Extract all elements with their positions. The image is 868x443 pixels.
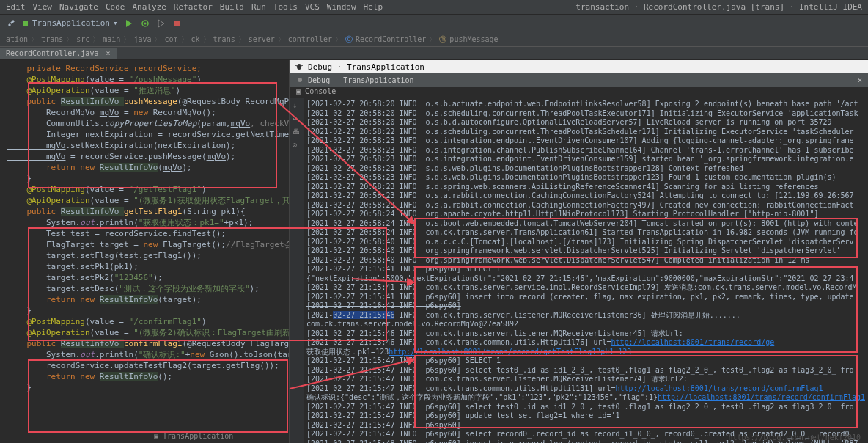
window-title: transaction · RecordController.java [tra… — [575, 2, 862, 12]
log-line: [2021-02-27 21:15:47 INFO p6spy60] — [306, 421, 865, 431]
menu-help[interactable]: Help — [364, 2, 383, 12]
log-line: [2021-02-27 20:58:24 INFO org.apache.coy… — [306, 210, 865, 219]
menu-analyze[interactable]: Analyze — [132, 2, 166, 12]
log-line: 确认标识:{"desc":"测试，这个字段为业务新加的字段","pk1":"12… — [306, 393, 865, 403]
log-line: [2021-02-27 20:58:23 INFO s.d.spring.web… — [306, 183, 865, 192]
menu-navigate[interactable]: Navigate — [59, 2, 98, 12]
svg-point-4 — [297, 64, 301, 70]
log-line: [2021-02-27 20:58:23 INFO o.s.integratio… — [306, 136, 865, 146]
chevron-down-icon: ▾ — [113, 18, 118, 28]
coverage-icon[interactable] — [156, 18, 166, 29]
log-line: [2021-02-27 21:16:42 INFO p6spy60] — [306, 301, 865, 311]
log-line: [2021-02-27 20:58:24 INFO com.ck.trans.s… — [306, 228, 865, 238]
log-line: [2021-02-27 20:58:40 INFO o.a.c.c.C.[Tom… — [306, 238, 865, 247]
log-line: [2021-02-27 21:15:47 INFO p6spy60] updat… — [306, 411, 865, 421]
menu-build[interactable]: Build — [220, 2, 244, 12]
log-line: [2021-02-27 20:58:40 INFO org.springfram… — [306, 246, 865, 256]
svg-point-2 — [144, 22, 146, 24]
log-line: [2021-02-27 20:58:23 INFO o.s.integratio… — [306, 146, 865, 155]
log-line: [2021-02-27 21:15:46 INFO com.ck.trans.s… — [306, 311, 865, 321]
svg-point-7 — [298, 78, 302, 82]
watermark: https://blog.csdn.net/hekf2010 — [728, 433, 861, 442]
console-output[interactable]: [2021-02-27 20:58:20 INFO o.s.b.actuate.… — [304, 98, 868, 443]
menu-vcs[interactable]: VCS — [305, 2, 320, 12]
menu-bar: Edit View Navigate Code Analyze Refactor… — [0, 0, 868, 15]
menu-edit[interactable]: Edit — [6, 2, 26, 12]
log-line: [2021-02-27 20:58:23 INFO o.s.a.rabbit.c… — [306, 201, 865, 210]
log-line: {"nextExpiration":5000,"nextExpirationSt… — [306, 274, 865, 284]
wrap-icon[interactable]: ↩ — [293, 114, 301, 123]
log-line: [2021-02-27 20:58:20 INFO o.s.b.d.autoco… — [306, 118, 865, 128]
tab-recordcontroller[interactable]: RecordController.java × — [0, 48, 117, 59]
log-line: [2021-02-27 21:15:46 INFO com.ck.trans.c… — [306, 338, 865, 348]
menu-tools[interactable]: Tools — [273, 2, 298, 12]
log-line: [2021-02-27 20:58:24 INFO o.s.boot.web.e… — [306, 219, 865, 229]
code-editor[interactable]: private RecordService recordService; @Po… — [0, 60, 289, 443]
close-icon[interactable]: × — [106, 49, 110, 57]
log-line: [2021-02-27 21:15:47 INFO p6spy60] selec… — [306, 403, 865, 412]
terminal-icon: ▣ — [296, 87, 301, 95]
breadcrumb: ation〉 trans〉 src〉 main〉 java〉 com〉 ck〉 … — [0, 32, 868, 47]
hammer-icon[interactable] — [6, 18, 16, 29]
log-line: [2021-02-27 20:58:40 INFO org.springfram… — [306, 256, 865, 266]
toolbar: TransApplication ▾ — [0, 15, 868, 32]
log-line: 获取使用状态：pk1=123http://localhost:8001/tran… — [306, 348, 865, 357]
console-header: ▣ Console — [290, 87, 868, 98]
scroll-end-icon[interactable]: ↓ — [293, 101, 301, 110]
log-line: [2021-02-27 20:58:20 INFO o.s.b.actuate.… — [306, 100, 865, 109]
log-line: [2021-02-27 21:15:46 INFO com.ck.trans.s… — [306, 329, 865, 339]
svg-line-6 — [301, 65, 303, 66]
menu-refactor[interactable]: Refactor — [174, 2, 213, 12]
console-toolbar: ↓ ↩ 🖶 ⊘ — [290, 98, 304, 443]
log-line: [2021-02-27 20:58:22 INFO o.s.scheduling… — [306, 128, 865, 137]
debug-panel: Debug · TransApplication Debug - TransAp… — [289, 60, 868, 443]
menu-view[interactable]: View — [33, 2, 53, 12]
debug-tab[interactable]: Debug - TransApplication × — [290, 73, 868, 87]
svg-rect-3 — [174, 21, 180, 26]
print-icon[interactable]: 🖶 — [293, 128, 301, 136]
log-line: [2021-02-27 21:15:47 INFO p6spy60] SELEC… — [306, 356, 865, 366]
debug-bug-icon — [295, 62, 304, 73]
svg-line-5 — [295, 65, 297, 66]
stop-icon[interactable] — [172, 18, 183, 29]
log-line: [2021-02-27 20:58:20 INFO o.s.scheduling… — [306, 109, 865, 119]
debug-icon[interactable] — [140, 18, 150, 29]
log-line: com.ck.trans.server.model.vo.RecordMqVo@… — [306, 320, 865, 329]
clear-icon[interactable]: ⊘ — [293, 141, 301, 150]
log-line: [2021-02-27 20:58:23 INFO o.s.a.rabbit.c… — [306, 191, 865, 201]
run-icon[interactable] — [124, 18, 134, 29]
log-line: [2021-02-27 21:15:47 INFO p6spy60] selec… — [306, 366, 865, 376]
menu-code[interactable]: Code — [106, 2, 125, 12]
log-line: [2021-02-27 21:15:41 INFO com.ck.trans.s… — [306, 283, 865, 293]
debug-bug-icon — [296, 76, 304, 84]
log-line: [2021-02-27 21:15:41 INFO p6spy60] inser… — [306, 293, 865, 302]
log-line: [2021-02-27 21:15:41 INFO p6spy60] SELEC… — [306, 265, 865, 274]
close-icon[interactable]: × — [858, 76, 862, 84]
svg-rect-0 — [23, 21, 28, 26]
log-line: [2021-02-27 21:15:47 INFO com.ck.trans.c… — [306, 384, 865, 394]
log-line: [2021-02-27 21:15:47 INFO com.ck.trans.s… — [306, 375, 865, 384]
editor-tabs: RecordController.java × — [0, 47, 868, 60]
log-line: [2021-02-27 20:58:23 INFO s.d.s.web.plug… — [306, 173, 865, 183]
run-configuration[interactable]: TransApplication ▾ — [22, 18, 118, 28]
log-line: [2021-02-27 20:58:23 INFO s.d.s.web.plug… — [306, 164, 865, 174]
menu-run[interactable]: Run — [251, 2, 266, 12]
debug-titlebar[interactable]: Debug · TransApplication — [290, 60, 868, 73]
log-line: [2021-02-27 20:58:23 INFO o.s.integratio… — [306, 155, 865, 164]
menu-window[interactable]: Window — [327, 2, 356, 12]
